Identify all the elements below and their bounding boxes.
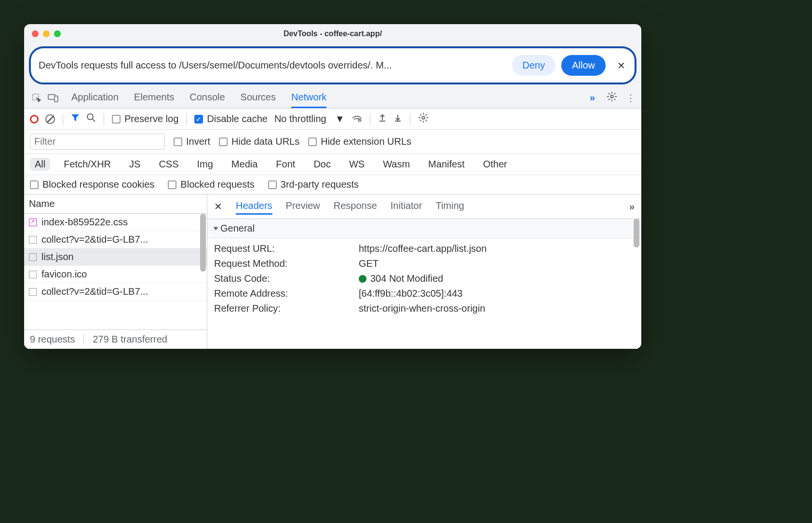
request-row[interactable]: list.json: [24, 248, 207, 266]
separator: [410, 113, 410, 125]
scrollbar-thumb[interactable]: [634, 219, 639, 248]
header-value: GET: [359, 258, 635, 269]
header-value: strict-origin-when-cross-origin: [359, 303, 635, 314]
detail-tab-headers[interactable]: Headers: [236, 198, 272, 215]
header-key: Remote Address:: [214, 288, 359, 299]
minimize-window-button[interactable]: [43, 30, 50, 37]
type-filter-ws[interactable]: WS: [344, 158, 369, 171]
request-name: collect?v=2&tid=G-LB7...: [41, 234, 148, 245]
filter-row: Invert Hide data URLs Hide extension URL…: [24, 130, 641, 154]
type-filter-img[interactable]: Img: [192, 158, 218, 171]
request-name: list.json: [41, 251, 74, 262]
close-icon[interactable]: ✕: [615, 60, 627, 71]
header-value: https://coffee-cart.app/list.json: [359, 243, 635, 254]
maximize-window-button[interactable]: [54, 30, 61, 37]
network-conditions-icon[interactable]: [352, 113, 362, 124]
section-title: General: [220, 223, 255, 234]
type-filter-doc[interactable]: Doc: [309, 158, 336, 171]
detail-tab-preview[interactable]: Preview: [286, 198, 320, 215]
tab-network[interactable]: Network: [291, 88, 326, 108]
header-row: Referrer Policy:strict-origin-when-cross…: [214, 301, 635, 316]
request-row[interactable]: index-b859522e.css: [24, 214, 207, 231]
tab-console[interactable]: Console: [189, 88, 225, 108]
header-key: Request Method:: [214, 258, 359, 269]
type-filter-manifest[interactable]: Manifest: [423, 158, 470, 171]
device-toggle-icon[interactable]: [46, 91, 60, 105]
header-value: [64:ff9b::4b02:3c05]:443: [359, 288, 635, 299]
hide-extension-urls-checkbox[interactable]: Hide extension URLs: [308, 136, 411, 147]
preserve-log-label: Preserve log: [124, 113, 178, 124]
tab-application[interactable]: Application: [71, 88, 119, 108]
disable-cache-checkbox[interactable]: ✓Disable cache: [194, 113, 268, 124]
type-filter-css[interactable]: CSS: [154, 158, 183, 171]
allow-button[interactable]: Allow: [561, 55, 606, 76]
separator: [186, 113, 187, 125]
header-row: Request Method:GET: [214, 256, 635, 271]
dropdown-icon: ▼: [335, 113, 345, 124]
header-key: Status Code:: [214, 273, 359, 284]
header-key: Request URL:: [214, 243, 359, 254]
block-filters-row: Blocked response cookies Blocked request…: [24, 175, 641, 194]
permission-alert: DevTools requests full access to /Users/…: [29, 46, 636, 84]
svg-point-4: [87, 114, 93, 120]
request-row[interactable]: collect?v=2&tid=G-LB7...: [24, 231, 207, 248]
separator: [104, 113, 104, 125]
close-window-button[interactable]: [32, 30, 39, 37]
type-filter-wasm[interactable]: Wasm: [378, 158, 415, 171]
tab-sources[interactable]: Sources: [241, 88, 276, 108]
file-icon: [29, 288, 37, 296]
type-filter-js[interactable]: JS: [124, 158, 145, 171]
record-button[interactable]: [30, 115, 39, 124]
detail-tab-timing[interactable]: Timing: [435, 198, 464, 215]
search-icon[interactable]: [86, 113, 96, 125]
throttling-value: No throttling: [274, 113, 326, 124]
alert-message: DevTools requests full access to /Users/…: [39, 60, 506, 71]
header-row: Request URL:https://coffee-cart.app/list…: [214, 241, 635, 256]
download-icon[interactable]: [393, 113, 402, 124]
filter-icon[interactable]: [71, 113, 80, 124]
disclosure-triangle-icon: [214, 227, 218, 230]
status-footer: 9 requests 279 B transferred: [24, 330, 207, 349]
request-row[interactable]: favicon.ico: [24, 266, 207, 283]
request-name: index-b859522e.css: [41, 217, 128, 228]
scrollbar-thumb[interactable]: [200, 214, 206, 272]
tab-elements[interactable]: Elements: [134, 88, 174, 108]
detail-tab-initiator[interactable]: Initiator: [391, 198, 422, 215]
thirdparty-requests-checkbox[interactable]: 3rd-party requests: [268, 179, 359, 190]
override-file-icon: [29, 219, 37, 226]
network-settings-gear-icon[interactable]: [418, 112, 429, 125]
svg-rect-1: [48, 95, 55, 99]
svg-point-6: [422, 116, 425, 119]
type-filter-media[interactable]: Media: [227, 158, 262, 171]
blocked-cookies-checkbox[interactable]: Blocked response cookies: [30, 179, 154, 190]
hide-data-urls-checkbox[interactable]: Hide data URLs: [219, 136, 299, 147]
request-row[interactable]: collect?v=2&tid=G-LB7...: [24, 283, 207, 301]
detail-tabs: ✕ HeadersPreviewResponseInitiatorTiming …: [207, 194, 641, 219]
throttling-select[interactable]: No throttling ▼: [274, 113, 345, 124]
general-headers-grid: Request URL:https://coffee-cart.app/list…: [207, 238, 641, 319]
detail-tab-response[interactable]: Response: [334, 198, 377, 215]
upload-icon[interactable]: [378, 113, 387, 124]
header-row: Remote Address:[64:ff9b::4b02:3c05]:443: [214, 286, 635, 301]
settings-gear-icon[interactable]: [607, 91, 617, 104]
deny-button[interactable]: Deny: [512, 55, 556, 76]
clear-icon[interactable]: [45, 114, 55, 124]
type-filter-other[interactable]: Other: [478, 158, 512, 171]
kebab-menu-icon[interactable]: ⋮: [626, 92, 636, 104]
name-column-header[interactable]: Name: [24, 194, 207, 214]
inspect-icon[interactable]: [30, 91, 43, 105]
disable-cache-label: Disable cache: [207, 113, 268, 124]
request-list[interactable]: index-b859522e.csscollect?v=2&tid=G-LB7.…: [24, 214, 207, 330]
type-filter-all[interactable]: All: [30, 158, 50, 171]
type-filter-font[interactable]: Font: [271, 158, 300, 171]
more-detail-tabs-icon[interactable]: »: [629, 201, 635, 212]
preserve-log-checkbox[interactable]: Preserve log: [112, 113, 178, 124]
close-detail-icon[interactable]: ✕: [214, 201, 222, 212]
general-section-header[interactable]: General: [207, 219, 641, 238]
blocked-requests-checkbox[interactable]: Blocked requests: [168, 179, 254, 190]
more-tabs-icon[interactable]: »: [590, 92, 595, 103]
separator: [370, 113, 370, 125]
filter-input[interactable]: [30, 134, 165, 150]
invert-checkbox[interactable]: Invert: [174, 136, 210, 147]
type-filter-fetchxhr[interactable]: Fetch/XHR: [59, 158, 116, 171]
